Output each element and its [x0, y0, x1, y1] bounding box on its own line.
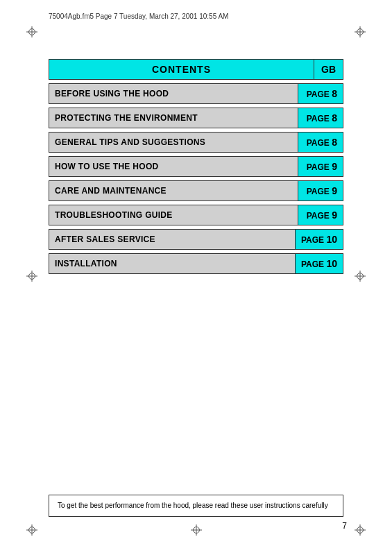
- crosshair-bottom-left: [26, 524, 37, 536]
- toc-item-page: PAGE 8: [298, 133, 343, 152]
- toc-item-label: GENERAL TIPS AND SUGGESTIONS: [49, 133, 298, 151]
- toc-list: BEFORE USING THE HOODPAGE 8PROTECTING TH…: [49, 83, 343, 274]
- toc-item-label: BEFORE USING THE HOOD: [49, 85, 298, 103]
- crosshair-top-right: [355, 26, 366, 37]
- toc-item-page: PAGE 9: [298, 157, 343, 176]
- toc-item: AFTER SALES SERVICEPAGE 10: [49, 229, 343, 250]
- header-text: 75004Agb.fm5 Page 7 Tuesday, March 27, 2…: [49, 12, 228, 20]
- toc-item: HOW TO USE THE HOODPAGE 9: [49, 156, 343, 177]
- toc-item-label: PROTECTING THE ENVIRONMENT: [49, 109, 298, 127]
- toc-item-page: PAGE 8: [298, 84, 343, 103]
- crosshair-mid-right: [355, 271, 366, 282]
- toc-item: CARE AND MAINTENANCEPAGE 9: [49, 180, 343, 201]
- bottom-note: To get the best performance from the hoo…: [49, 495, 343, 517]
- contents-title: CONTENTS: [49, 59, 314, 80]
- page-container: 75004Agb.fm5 Page 7 Tuesday, March 27, 2…: [0, 0, 392, 555]
- toc-item-page: PAGE 8: [298, 108, 343, 128]
- page-number: 7: [342, 521, 347, 531]
- toc-item-page: PAGE 10: [295, 254, 343, 273]
- toc-item: TROUBLESHOOTING GUIDEPAGE 9: [49, 205, 343, 225]
- toc-item: GENERAL TIPS AND SUGGESTIONSPAGE 8: [49, 132, 343, 153]
- toc-item-label: INSTALLATION: [49, 255, 295, 273]
- contents-header-row: CONTENTS GB: [49, 59, 343, 80]
- contents-gb-label: GB: [314, 59, 343, 80]
- crosshair-mid-left: [26, 271, 37, 282]
- main-content: CONTENTS GB BEFORE USING THE HOODPAGE 8P…: [49, 59, 343, 274]
- toc-item-label: AFTER SALES SERVICE: [49, 230, 295, 248]
- toc-item-label: TROUBLESHOOTING GUIDE: [49, 206, 298, 224]
- crosshair-bottom-right: [355, 524, 366, 536]
- toc-item-label: CARE AND MAINTENANCE: [49, 182, 298, 200]
- toc-item-page: PAGE 9: [298, 205, 343, 225]
- toc-item-label: HOW TO USE THE HOOD: [49, 157, 298, 176]
- crosshair-bottom-center: [191, 524, 202, 536]
- toc-item: INSTALLATIONPAGE 10: [49, 253, 343, 274]
- crosshair-top-left: [26, 26, 37, 37]
- toc-item-page: PAGE 9: [298, 181, 343, 200]
- toc-item: BEFORE USING THE HOODPAGE 8: [49, 83, 343, 104]
- toc-item-page: PAGE 10: [295, 230, 343, 249]
- toc-item: PROTECTING THE ENVIRONMENTPAGE 8: [49, 108, 343, 128]
